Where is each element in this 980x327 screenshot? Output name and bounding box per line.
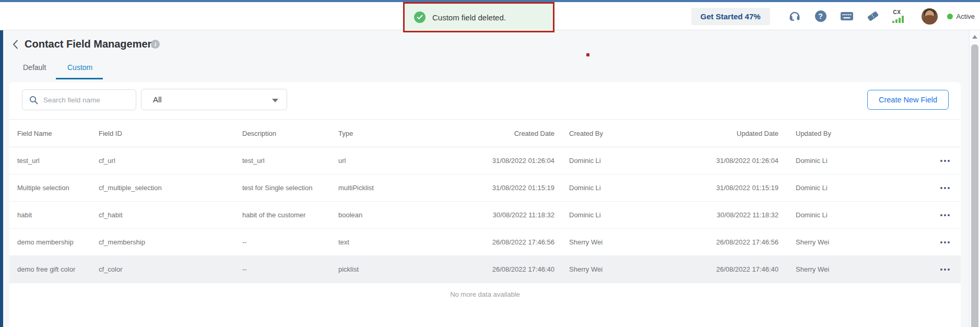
help-icon[interactable]: ? — [814, 9, 828, 23]
cell-created-date: 26/08/2022 17:46:56 — [422, 238, 554, 246]
cell-updated-by: Sherry Wei — [796, 238, 929, 246]
col-header-updated-date: Updated Date — [708, 130, 778, 137]
search-field-wrapper — [22, 89, 136, 110]
col-header-created-by: Created By — [569, 130, 708, 137]
table-row: test_url cf_url test_url url 31/08/2022 … — [9, 147, 961, 174]
col-header-created-date: Created Date — [422, 130, 554, 137]
cell-updated-by: Dominic Li — [796, 184, 929, 192]
dropdown-value: All — [153, 95, 162, 104]
headset-icon[interactable] — [788, 9, 801, 23]
cell-type: url — [338, 157, 422, 165]
cell-field-id: cf_membership — [99, 238, 242, 246]
cell-created-by: Dominic Li — [569, 211, 708, 219]
cell-updated-date: 30/08/2022 11:18:32 — [708, 211, 778, 219]
toast-success: Custom field deleted. — [403, 2, 554, 32]
info-icon[interactable]: i — [151, 40, 160, 49]
cell-field-id: cf_url — [99, 157, 242, 165]
toast-message: Custom field deleted. — [432, 13, 506, 22]
search-icon — [29, 96, 38, 104]
scroll-up-arrow-icon[interactable] — [972, 35, 977, 39]
cell-updated-date: 31/08/2022 01:15:19 — [708, 184, 778, 192]
page-title: Contact Field Management — [25, 38, 157, 50]
get-started-button[interactable]: Get Started 47% — [691, 8, 770, 25]
cell-description: test for Single selection — [242, 184, 338, 192]
status-badge: Active — [957, 13, 975, 20]
cell-created-by: Dominic Li — [569, 184, 708, 192]
cx-label: CX — [893, 9, 908, 15]
scrollbar-thumb[interactable] — [971, 44, 978, 327]
row-actions-button[interactable] — [937, 265, 953, 274]
fields-card: All Create New Field Field Name Field ID… — [9, 82, 961, 327]
signal-bars-icon — [892, 16, 908, 23]
cell-updated-by: Dominic Li — [796, 211, 929, 219]
table-header: Field Name Field ID Description Type Cre… — [9, 119, 961, 147]
check-circle-icon — [414, 11, 426, 23]
chevron-down-icon — [272, 99, 278, 102]
topbar-actions: Get Started 47% ? — [691, 2, 975, 30]
online-dot-icon — [947, 14, 953, 19]
col-header-updated-by: Updated By — [796, 130, 929, 137]
cell-description: -- — [242, 238, 338, 246]
table-row: Multiple selection cf_multiple_selection… — [9, 174, 961, 202]
active-tab-underline — [56, 78, 103, 79]
cell-description: -- — [242, 265, 338, 273]
cell-field-id: cf_multiple_selection — [99, 184, 242, 192]
tab-custom[interactable]: Custom — [67, 63, 92, 72]
cell-created-by: Sherry Wei — [569, 238, 708, 246]
col-header-description: Description — [242, 130, 338, 137]
cell-description: habit of the customer — [242, 211, 338, 219]
avatar[interactable] — [922, 8, 938, 25]
cell-description: test_url — [242, 157, 338, 165]
ticket-icon[interactable] — [866, 9, 880, 23]
cell-updated-by: Dominic Li — [796, 157, 929, 165]
cell-created-date: 30/08/2022 11:18:32 — [422, 211, 554, 219]
cell-field-name: habit — [17, 211, 99, 219]
back-button[interactable] — [8, 38, 22, 51]
main-content: Contact Field Management i Default Custo… — [3, 30, 969, 327]
cell-field-name: Multiple selection — [17, 184, 99, 192]
col-header-field-id: Field ID — [99, 130, 242, 137]
keyboard-icon[interactable] — [840, 9, 854, 23]
cell-field-name: demo membership — [17, 238, 99, 246]
cell-created-by: Sherry Wei — [569, 265, 708, 273]
table-row: habit cf_habit habit of the customer boo… — [9, 202, 961, 229]
row-actions-button[interactable] — [937, 211, 953, 219]
annotation-dot — [586, 53, 589, 56]
cell-type: multiPicklist — [338, 184, 422, 192]
cell-updated-date: 26/08/2022 17:46:40 — [708, 265, 778, 273]
table-body: test_url cf_url test_url url 31/08/2022 … — [9, 147, 961, 283]
cell-type: boolean — [338, 211, 422, 219]
cell-type: text — [338, 238, 422, 246]
cx-signal-indicator[interactable]: CX — [892, 9, 908, 23]
table-row: demo free gift color cf_color -- picklis… — [9, 256, 961, 283]
create-new-field-button[interactable]: Create New Field — [867, 90, 949, 110]
cell-field-id: cf_habit — [99, 211, 242, 219]
table-row: demo membership cf_membership -- text 26… — [9, 229, 961, 256]
cell-created-by: Dominic Li — [569, 157, 708, 165]
tab-default[interactable]: Default — [23, 63, 46, 72]
help-glyph: ? — [815, 10, 826, 22]
cell-created-date: 31/08/2022 01:15:19 — [422, 184, 554, 192]
row-actions-button[interactable] — [937, 184, 953, 192]
empty-state-text: No more data available — [9, 290, 961, 298]
cell-field-name: test_url — [17, 157, 99, 165]
field-type-dropdown[interactable]: All — [141, 89, 287, 110]
cell-updated-date: 26/08/2022 17:46:56 — [708, 238, 778, 246]
col-header-type: Type — [338, 130, 422, 137]
cell-field-id: cf_color — [99, 265, 242, 273]
row-actions-button[interactable] — [937, 238, 953, 247]
cell-updated-by: Sherry Wei — [796, 265, 929, 273]
col-header-field-name: Field Name — [17, 130, 99, 137]
cell-type: picklist — [338, 265, 422, 273]
app-window: Get Started 47% ? — [0, 0, 980, 327]
cell-updated-date: 31/08/2022 01:26:04 — [708, 157, 778, 165]
cell-field-name: demo free gift color — [17, 265, 99, 273]
row-actions-button[interactable] — [937, 157, 953, 165]
search-input[interactable] — [43, 96, 122, 104]
presence-status[interactable]: Active — [947, 13, 975, 20]
cell-created-date: 26/08/2022 17:46:40 — [422, 265, 554, 273]
vertical-scrollbar[interactable] — [969, 30, 980, 327]
cell-created-date: 31/08/2022 01:26:04 — [422, 157, 554, 165]
